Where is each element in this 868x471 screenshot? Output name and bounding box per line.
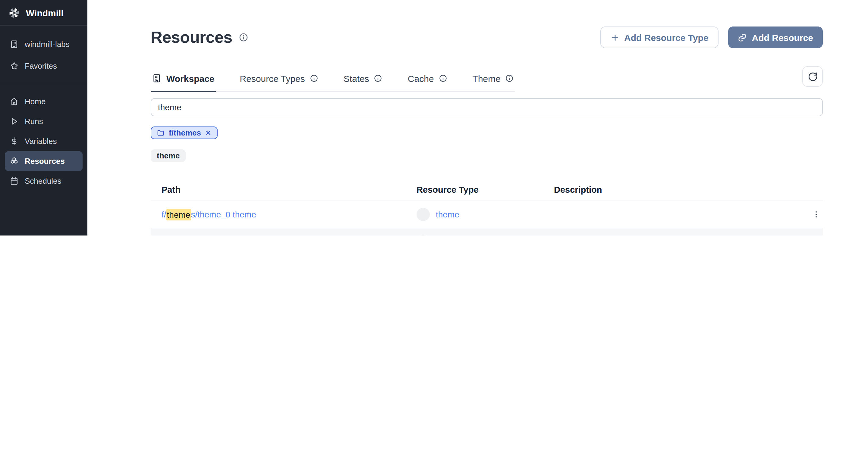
- resource-type-avatar: [416, 235, 430, 236]
- building-icon: [152, 73, 161, 83]
- tab-theme[interactable]: Theme: [471, 68, 515, 92]
- sidebar-item-label: Runs: [25, 117, 43, 126]
- sidebar-item-home[interactable]: Home: [5, 92, 83, 111]
- add-resource-type-button[interactable]: Add Resource Type: [600, 27, 719, 48]
- sidebar-item-workspace[interactable]: windmill-labs: [5, 33, 83, 55]
- plus-icon: [610, 33, 619, 42]
- resource-path-link[interactable]: f/themes/theme_0 theme: [161, 209, 256, 220]
- column-header-path: Path: [151, 184, 416, 194]
- info-icon: [374, 74, 382, 82]
- home-icon: [10, 97, 19, 106]
- refresh-icon: [807, 71, 818, 81]
- info-icon: [439, 74, 447, 82]
- star-icon: [10, 61, 19, 70]
- resource-type-cell: theme: [416, 208, 554, 221]
- dollar-sign-icon: [10, 137, 19, 146]
- table-header-row: Path Resource Type Description: [151, 178, 823, 201]
- calendar-icon: [10, 176, 19, 186]
- row-actions-cell: [795, 235, 823, 236]
- sidebar-item-resources[interactable]: Resources: [5, 151, 83, 171]
- sidebar-item-label: Favorites: [25, 61, 57, 70]
- resources-table: Path Resource Type Description f/themes/…: [151, 178, 823, 236]
- play-icon: [10, 117, 19, 126]
- app-title: Windmill: [26, 7, 64, 18]
- resource-type-link[interactable]: theme: [436, 210, 459, 219]
- sidebar-item-label: Home: [25, 97, 45, 106]
- tab-workspace[interactable]: Workspace: [151, 68, 216, 92]
- row-menu-button[interactable]: [809, 235, 823, 236]
- info-icon: [310, 74, 318, 82]
- row-actions-cell: [795, 208, 823, 221]
- info-icon: [505, 74, 514, 82]
- sidebar-item-label: Schedules: [25, 176, 61, 186]
- main-content: Resources Add Resource Type: [87, 0, 868, 236]
- app-logo[interactable]: Windmill: [0, 0, 87, 26]
- sidebar-item-schedules[interactable]: Schedules: [5, 171, 83, 191]
- sidebar-nav-section: Home Runs Variables Resou: [0, 84, 87, 198]
- windmill-logo-icon: [8, 6, 21, 19]
- search-input[interactable]: [151, 98, 823, 116]
- refresh-button[interactable]: [802, 66, 823, 87]
- page-header: Resources Add Resource Type: [151, 27, 823, 48]
- sidebar-item-runs[interactable]: Runs: [5, 111, 83, 131]
- folder-filter-chip[interactable]: f/themes: [151, 127, 218, 139]
- sidebar-item-variables[interactable]: Variables: [5, 131, 83, 151]
- kebab-menu-icon: [812, 210, 820, 218]
- resource-type-avatar: [416, 208, 430, 221]
- sidebar-item-label: Resources: [25, 157, 65, 166]
- remove-folder-filter-icon[interactable]: [205, 130, 212, 136]
- row-menu-button[interactable]: [809, 208, 823, 221]
- title-info-icon: [239, 33, 249, 42]
- search-match-highlight: theme: [166, 209, 191, 220]
- tabs-row: Workspace Resource Types States Cache: [151, 66, 823, 92]
- add-resource-button[interactable]: Add Resource: [728, 27, 823, 48]
- table-row[interactable]: f/themes/theme_1 theme nulltheme: [151, 228, 823, 236]
- sidebar-item-favorites[interactable]: Favorites: [5, 55, 83, 76]
- resource-type-filter-chip[interactable]: theme: [151, 149, 186, 162]
- sidebar-spacer: [0, 198, 87, 236]
- tab-resource-types[interactable]: Resource Types: [239, 68, 319, 92]
- page-title: Resources: [151, 28, 232, 47]
- app-window: Windmill windmill-labs Favorites: [0, 0, 868, 236]
- table-body: f/themes/theme_0 themethemef/themes/them…: [151, 201, 823, 236]
- folder-icon: [157, 129, 164, 137]
- type-chip-row: theme: [151, 149, 823, 162]
- building-icon: [10, 39, 19, 48]
- table-row[interactable]: f/themes/theme_0 themetheme: [151, 201, 823, 228]
- link-icon: [738, 33, 747, 42]
- sidebar-item-label: windmill-labs: [25, 39, 70, 48]
- tab-cache[interactable]: Cache: [407, 68, 448, 92]
- filter-chip-row: f/themes: [151, 127, 823, 139]
- column-header-description: Description: [554, 184, 795, 194]
- resource-type-cell: theme: [416, 235, 554, 236]
- path-cell: f/themes/theme_0 theme: [151, 209, 416, 220]
- tab-states[interactable]: States: [342, 68, 384, 92]
- sidebar: Windmill windmill-labs Favorites: [0, 0, 87, 236]
- sidebar-workspace-section: windmill-labs Favorites: [0, 26, 87, 84]
- tab-bar: Workspace Resource Types States Cache: [151, 68, 515, 92]
- boxes-icon: [10, 157, 19, 166]
- column-header-resource-type: Resource Type: [416, 184, 554, 194]
- sidebar-item-label: Variables: [25, 137, 57, 146]
